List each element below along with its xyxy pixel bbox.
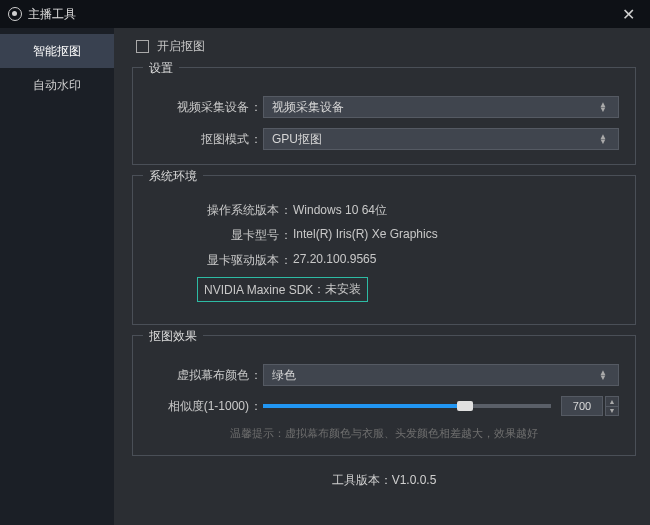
footer: 工具版本：V1.0.0.5 <box>132 466 636 495</box>
effect-hint: 温馨提示：虚拟幕布颜色与衣服、头发颜色相差越大，效果越好 <box>149 426 619 441</box>
version-value: V1.0.0.5 <box>392 473 437 487</box>
cutout-mode-select[interactable]: GPU抠图 ▲▼ <box>263 128 619 150</box>
app-logo-icon <box>8 7 22 21</box>
bgcolor-value: 绿色 <box>272 367 296 384</box>
os-value: Windows 10 64位 <box>293 202 619 219</box>
enable-cutout-label: 开启抠图 <box>157 38 205 55</box>
similarity-label: 相似度(1-1000) <box>149 398 249 415</box>
step-up-icon[interactable]: ▲ <box>606 397 618 407</box>
sdk-label: NVIDIA Maxine SDK <box>204 283 313 297</box>
version-label: 工具版本： <box>332 473 392 487</box>
bgcolor-select[interactable]: 绿色 ▲▼ <box>263 364 619 386</box>
settings-legend: 设置 <box>143 60 179 77</box>
system-env-group: 系统环境 操作系统版本 ： Windows 10 64位 显卡型号 ： Inte… <box>132 175 636 325</box>
enable-cutout-checkbox[interactable] <box>136 40 149 53</box>
video-device-value: 视频采集设备 <box>272 99 344 116</box>
effect-legend: 抠图效果 <box>143 328 203 345</box>
tab-auto-watermark[interactable]: 自动水印 <box>0 68 114 102</box>
close-button[interactable]: ✕ <box>614 0 642 28</box>
system-env-legend: 系统环境 <box>143 168 203 185</box>
chevron-updown-icon: ▲▼ <box>596 134 610 144</box>
main-panel: 开启抠图 设置 视频采集设备 ： 视频采集设备 ▲▼ 抠图模式 ： GPU抠图 … <box>114 28 650 525</box>
similarity-value[interactable]: 700 <box>561 396 603 416</box>
sidebar: 智能抠图 自动水印 <box>0 28 114 525</box>
step-down-icon[interactable]: ▼ <box>606 407 618 416</box>
settings-group: 设置 视频采集设备 ： 视频采集设备 ▲▼ 抠图模式 ： GPU抠图 ▲▼ <box>132 67 636 165</box>
gpu-label: 显卡型号 <box>149 227 279 244</box>
effect-group: 抠图效果 虚拟幕布颜色 ： 绿色 ▲▼ 相似度(1-1000) ： 700 ▲ <box>132 335 636 456</box>
sdk-value: 未安装 <box>325 281 361 298</box>
chevron-updown-icon: ▲▼ <box>596 370 610 380</box>
cutout-mode-label: 抠图模式 <box>149 131 249 148</box>
os-label: 操作系统版本 <box>149 202 279 219</box>
similarity-stepper[interactable]: ▲ ▼ <box>605 396 619 416</box>
sdk-status-highlight: NVIDIA Maxine SDK ： 未安装 <box>197 277 368 302</box>
video-device-label: 视频采集设备 <box>149 99 249 116</box>
bgcolor-label: 虚拟幕布颜色 <box>149 367 249 384</box>
driver-label: 显卡驱动版本 <box>149 252 279 269</box>
video-device-select[interactable]: 视频采集设备 ▲▼ <box>263 96 619 118</box>
similarity-slider[interactable] <box>263 404 551 408</box>
gpu-value: Intel(R) Iris(R) Xe Graphics <box>293 227 619 244</box>
cutout-mode-value: GPU抠图 <box>272 131 322 148</box>
chevron-updown-icon: ▲▼ <box>596 102 610 112</box>
titlebar: 主播工具 ✕ <box>0 0 650 28</box>
driver-value: 27.20.100.9565 <box>293 252 619 269</box>
tab-smart-cutout[interactable]: 智能抠图 <box>0 34 114 68</box>
window-title: 主播工具 <box>28 6 76 23</box>
